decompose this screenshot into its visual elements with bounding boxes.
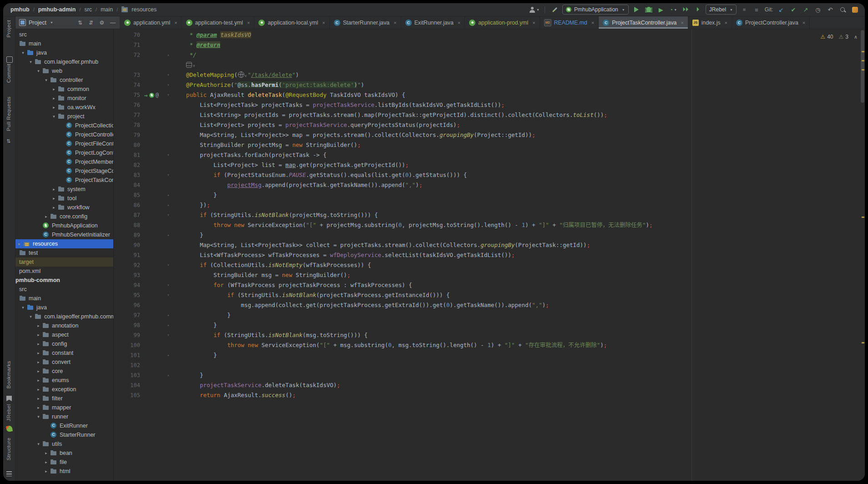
chevron-right-icon[interactable]: ▸ [50,105,58,110]
tree-item-enums[interactable]: ▸enums [15,376,113,385]
spring-bean-icon[interactable] [149,93,154,98]
tree-item-filter[interactable]: ▸filter [15,394,113,403]
breadcrumb-item[interactable]: pmhub-admin [38,6,76,13]
chevron-down-icon[interactable]: ▾ [42,78,50,82]
fold-marker[interactable] [164,60,172,70]
code-line-76[interactable]: 76 List<ProjectTask> projectTasks = proj… [114,100,865,110]
chevron-right-icon[interactable]: ▸ [50,187,58,192]
tree-item-ProjectFileController[interactable]: ProjectFileController [15,139,113,148]
tree-item-pmhub-common[interactable]: pmhub-common [15,276,113,285]
stripe-pull-requests-button[interactable]: Pull Requests [6,96,11,131]
gear-icon[interactable]: ⚙ [98,20,106,26]
chevron-right-icon[interactable]: ▸ [35,342,42,346]
fold-marker[interactable]: ▾ [164,260,172,270]
tree-item-ProjectCollectionController[interactable]: ProjectCollectionController [15,121,113,130]
tree-item-exception[interactable]: ▸exception [15,385,113,394]
chevron-down-icon[interactable]: ▾ [35,69,42,73]
tree-item-ProjectController[interactable]: ProjectController [15,130,113,139]
fold-marker[interactable] [164,340,172,350]
fold-marker[interactable]: ▾ [164,80,172,90]
fold-marker[interactable] [164,240,172,250]
chevron-down-icon[interactable]: ▾ [35,442,42,446]
rollback-button[interactable]: ↶ [826,5,835,14]
breadcrumb-item[interactable]: main [101,6,113,13]
close-icon[interactable]: × [174,20,177,25]
stripe-jrebel-button[interactable]: JRebel [6,404,11,421]
tab-ProjectTaskController.java[interactable]: CProjectTaskController.java× [599,16,688,29]
close-icon[interactable]: × [394,20,396,25]
run-with-coverage-button[interactable]: ▶ [656,5,666,14]
fold-marker[interactable] [164,270,172,280]
tree-item-common[interactable]: ▸common [15,85,113,94]
close-icon[interactable]: × [532,20,535,25]
code-line-94[interactable]: 94▾ for (WfTaskProcess projectTaskProces… [114,280,865,290]
code-line-103[interactable]: 103▴ } [114,370,865,380]
fold-marker[interactable]: ▴ [164,200,172,210]
tab-application-test.yml[interactable]: application-test.yml× [182,16,255,29]
tree-item-PmhubServletInitializer[interactable]: PmhubServletInitializer [15,230,113,239]
code-line-95[interactable]: 95▾ if (StringUtils.isNotBlank(projectTa… [114,290,865,300]
structure-icon[interactable] [6,471,12,476]
tree-item-main[interactable]: main [15,294,113,303]
tree-item-bean[interactable]: ▸bean [15,449,113,458]
chevron-right-icon[interactable]: ▸ [50,205,58,210]
fold-marker[interactable] [164,140,172,150]
fold-marker[interactable]: ▾ [164,210,172,220]
chevron-down-icon[interactable]: ▾ [50,114,58,119]
collapse-all-icon[interactable]: ⇵ [87,20,95,26]
chevron-right-icon[interactable]: ▸ [35,333,42,337]
code-line-71[interactable]: 71 * @return [114,40,865,50]
chevron-down-icon[interactable]: ▼ [50,21,53,24]
fold-marker[interactable]: ▴ [164,350,172,360]
close-icon[interactable]: × [247,20,250,25]
stripe-structure-button[interactable]: Structure [6,438,11,460]
globe-icon[interactable] [238,71,244,78]
chevron-down-icon[interactable]: ▾ [27,60,35,64]
stripe-bookmarks-button[interactable]: Bookmarks [6,361,11,388]
code-line-81[interactable]: 81▾ projectTasks.forEach(projectTask -> … [114,150,865,160]
chevron-right-icon[interactable]: ▸ [50,96,58,101]
code-line-74[interactable]: 74▾ @PreAuthorize("@ss.hasPermi('project… [114,80,865,90]
tree-item-src[interactable]: src [15,285,113,294]
fold-marker[interactable]: ▴ [164,310,172,320]
code-line-85[interactable]: 85▴ } [114,190,865,200]
chevron-right-icon[interactable]: ▸ [35,387,42,392]
tree-item-controller[interactable]: ▾controller [15,76,113,85]
tree-item-java[interactable]: ▾java [15,48,113,57]
chevron-down-icon[interactable]: ▾ [35,414,42,419]
mapping-arrow-icon[interactable]: → [144,92,148,98]
tree-item-com.laigeoffer.pmhub.common[interactable]: ▾com.laigeoffer.pmhub.common [15,312,113,321]
fold-marker[interactable] [164,30,172,40]
code-line-89[interactable]: 89▴ } [114,230,865,240]
tree-item-config[interactable]: ▸config [15,339,113,348]
fold-marker[interactable]: ▴ [164,50,172,60]
code-line-102[interactable]: 102 [114,360,865,370]
chevron-right-icon[interactable]: ▸ [35,378,42,383]
tree-item-mapper[interactable]: ▸mapper [15,403,113,412]
chevron-right-icon[interactable]: ▸ [42,469,50,474]
breadcrumb-item[interactable]: pmhub [10,6,30,13]
code-line-99[interactable]: 99▾ if (StringUtils.isNotBlank(msg.toStr… [114,330,865,340]
tree-item-core[interactable]: ▸core [15,367,113,376]
fold-marker[interactable]: ▴ [164,320,172,330]
fold-marker[interactable]: ▾ [164,290,172,300]
profiler-button[interactable]: ◔▼ [669,5,678,14]
tab-ProjectController.java[interactable]: CProjectController.java× [732,16,810,29]
fold-marker[interactable] [164,40,172,50]
code-line-inlay[interactable]: ∨ [114,60,865,70]
fold-marker[interactable]: ▾ [164,150,172,160]
tree-item-html[interactable]: ▸html [15,467,113,476]
code-line-78[interactable]: 78 List<Project> projects = projectTaskS… [114,120,865,130]
jrebel-leaf-icon[interactable] [6,425,13,432]
fold-marker[interactable] [164,250,172,260]
tab-application-local.yml[interactable]: application-local.yml× [254,16,329,29]
fold-marker[interactable]: ▾ [164,330,172,340]
hide-panel-icon[interactable]: — [109,20,117,26]
search-everywhere-button[interactable] [838,5,847,14]
code-line-93[interactable]: 93 StringBuilder msg = new StringBuilder… [114,270,865,280]
chevron-down-icon[interactable]: ▾ [19,50,27,55]
tree-item-tool[interactable]: ▸tool [15,194,113,203]
tree-item-annotation[interactable]: ▸annotation [15,321,113,330]
close-icon[interactable]: × [681,20,683,25]
chevron-right-icon[interactable]: ▸ [50,87,58,91]
